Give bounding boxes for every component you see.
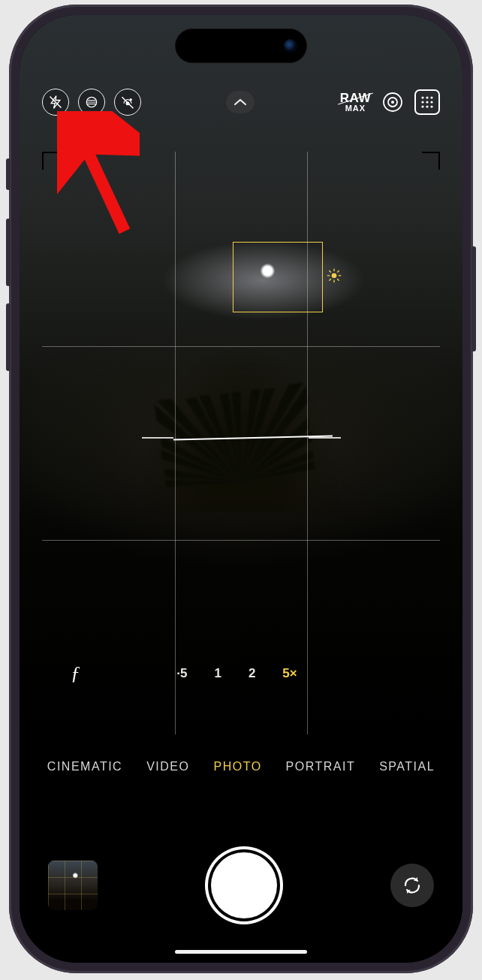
front-camera <box>284 39 297 53</box>
svg-line-28 <box>338 270 340 273</box>
mode-video[interactable]: VIDEO <box>145 757 191 776</box>
mode-spatial[interactable]: SPATIAL <box>378 757 436 776</box>
svg-line-27 <box>330 279 332 281</box>
frame-corner <box>422 716 440 734</box>
iphone-frame: RAW MAX <box>9 5 473 973</box>
dynamic-island <box>175 29 307 63</box>
top-controls: RAW MAX <box>20 84 462 120</box>
live-photo-off-icon <box>120 95 135 110</box>
flash-off-icon <box>48 95 63 110</box>
raw-label-top: RAW <box>340 92 371 104</box>
zoom-1x[interactable]: 1 <box>214 666 221 681</box>
grid-line <box>307 152 308 734</box>
volume-up-button <box>6 219 11 286</box>
frame-corner <box>422 152 440 170</box>
night-mode-icon <box>84 95 99 110</box>
last-photo-thumbnail[interactable] <box>48 861 98 910</box>
night-mode-button[interactable] <box>78 89 105 116</box>
level-indicator <box>142 437 173 439</box>
volume-down-button <box>6 303 11 371</box>
mode-portrait[interactable]: PORTRAIT <box>285 757 357 776</box>
svg-point-18 <box>426 105 428 107</box>
svg-point-15 <box>426 101 428 103</box>
target-icon <box>381 91 404 113</box>
top-controls-left <box>42 89 141 116</box>
frame-corner <box>42 152 60 170</box>
viewfinder-overlay: ƒ ·5 1 2 5× <box>42 152 440 734</box>
camera-flip-button[interactable] <box>390 864 434 907</box>
svg-point-11 <box>421 96 423 98</box>
raw-label-bottom: MAX <box>345 104 366 113</box>
svg-point-20 <box>332 273 337 279</box>
zoom-2x[interactable]: 2 <box>249 666 255 681</box>
raw-toggle[interactable]: RAW MAX <box>340 92 371 113</box>
sun-icon <box>327 268 342 283</box>
grid-line <box>42 346 440 347</box>
svg-point-12 <box>426 96 428 98</box>
zoom-0-5x[interactable]: ·5 <box>176 666 187 681</box>
shutter-button[interactable] <box>211 852 277 918</box>
level-indicator <box>309 437 340 439</box>
zoom-controls: ƒ ·5 1 2 5× <box>42 659 440 688</box>
zoom-options: ·5 1 2 5× <box>86 666 387 681</box>
live-photo-button[interactable] <box>114 89 141 116</box>
screen: RAW MAX <box>20 15 462 963</box>
svg-point-13 <box>430 96 432 98</box>
flip-camera-icon <box>401 874 423 897</box>
bottom-controls <box>20 844 462 927</box>
dots-grid-icon <box>420 95 434 109</box>
power-button <box>471 246 476 351</box>
side-button <box>6 158 11 190</box>
action-mode-button[interactable] <box>414 89 440 115</box>
zoom-5x[interactable]: 5× <box>282 666 297 681</box>
svg-point-14 <box>421 101 423 103</box>
top-controls-right: RAW MAX <box>340 89 440 115</box>
camera-settings-tray[interactable] <box>226 91 255 113</box>
svg-point-16 <box>430 101 432 103</box>
svg-point-17 <box>421 105 423 107</box>
photographic-styles-button[interactable] <box>380 89 405 115</box>
mode-photo[interactable]: PHOTO <box>212 757 263 776</box>
mode-cinematic[interactable]: CINEMATIC <box>46 757 124 776</box>
frame-corner <box>42 716 60 734</box>
aperture-button[interactable]: ƒ <box>65 659 86 688</box>
chevron-up-icon <box>233 98 247 107</box>
camera-mode-selector[interactable]: CINEMATIC VIDEO PHOTO PORTRAIT SPATIAL <box>20 757 462 776</box>
svg-point-19 <box>430 105 432 107</box>
home-indicator[interactable] <box>175 950 307 954</box>
grid-line <box>175 152 176 734</box>
focus-reticle[interactable] <box>233 242 323 312</box>
svg-point-6 <box>130 98 132 101</box>
svg-line-26 <box>338 279 340 281</box>
svg-point-10 <box>391 101 394 104</box>
flash-button[interactable] <box>42 89 69 116</box>
svg-line-25 <box>330 270 332 273</box>
grid-line <box>42 540 440 541</box>
